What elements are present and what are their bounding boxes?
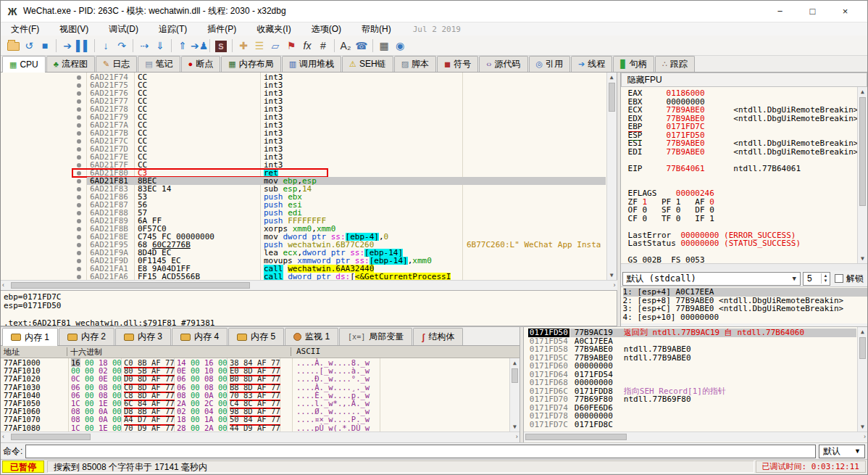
argument-count-stepper[interactable]: 5 ▲▼ <box>803 272 830 286</box>
tab-threads[interactable]: ➔线程 <box>571 56 612 72</box>
tab-handles[interactable]: ▊句柄 <box>613 56 654 72</box>
run-to-user-code-icon[interactable]: ⇑ <box>175 38 191 53</box>
register-line[interactable]: LastStatus 00000000 (STATUS_SUCCESS) <box>628 239 867 248</box>
stack-row[interactable]: 0171FD74D60FE6D6 <box>524 404 856 413</box>
tab-notes[interactable]: ▤笔记 <box>138 56 180 72</box>
memory-row[interactable]: 77AF10801C 00 1E 0070 D9 AF 7728 00 2A 0… <box>1 424 509 431</box>
menu-item[interactable]: 插件(P) <box>197 22 246 36</box>
stack-row[interactable]: 0171FD54A0C17EEA <box>524 337 856 346</box>
stack-row[interactable]: 0171FD7800000000 <box>524 412 856 421</box>
breakpoint-dot[interactable] <box>77 267 81 271</box>
stack-row[interactable]: 0171FD640171FD54 <box>524 371 856 379</box>
breakpoint-dot[interactable] <box>77 155 81 160</box>
argument-row[interactable]: 1: [esp+4] A0C17EEA <box>623 288 867 297</box>
menu-item[interactable]: 追踪(T) <box>149 22 197 36</box>
breakpoint-dot[interactable] <box>77 203 81 207</box>
labels-icon[interactable]: ▱ <box>267 38 283 53</box>
unlock-checkbox[interactable]: 解锁 <box>832 273 866 285</box>
breakpoint-dot[interactable] <box>77 243 81 247</box>
bookmarks-icon[interactable]: ⚑ <box>283 38 299 53</box>
comments-icon[interactable]: ☰ <box>251 38 267 53</box>
breakpoint-dot[interactable] <box>77 235 81 239</box>
register-line[interactable]: EIP 77B64061 ntdll.77B64061 <box>628 165 867 173</box>
stack-row[interactable]: 0171FD6800000000 <box>524 379 856 387</box>
step-into-icon[interactable]: ↓ <box>98 38 114 53</box>
register-line[interactable] <box>628 173 867 181</box>
registers-view[interactable]: EAX 01186000EBX 00000000ECX 77B9ABE0 <nt… <box>621 87 867 263</box>
breakpoint-dot[interactable] <box>77 187 81 191</box>
breakpoint-dot[interactable] <box>77 163 81 168</box>
breakpoint-dot[interactable] <box>77 91 81 96</box>
argument-row[interactable]: 4: [esp+10] 00000000 <box>623 313 867 322</box>
menu-item[interactable]: 帮助(H) <box>351 22 401 36</box>
stack-row[interactable]: 0171FD6000000000 <box>524 362 856 371</box>
breakpoint-dot[interactable] <box>77 275 81 279</box>
open-file-icon[interactable] <box>5 38 21 53</box>
stack-view[interactable]: 0171FD5077B9AC19返回到 ntdll.77B9AC19 自 ntd… <box>524 327 867 431</box>
restart-icon[interactable]: ↺ <box>21 38 37 53</box>
tab-graph[interactable]: ♣流程图 <box>46 56 95 72</box>
tab-struct[interactable]: ʃ结构体 <box>413 328 463 345</box>
breakpoint-dot[interactable] <box>77 259 81 263</box>
stack-row[interactable]: 0171FD7077B69F80ntdll.77B69F80 <box>524 395 856 404</box>
menu-item[interactable]: 视图(V) <box>49 22 99 36</box>
tab-symbols[interactable]: ◼符号 <box>437 56 478 72</box>
arguments-view[interactable]: 1: [esp+4] A0C17EEA2: [esp+8] 77B9ABE0 <… <box>621 286 867 323</box>
run-to-cursor-icon[interactable]: ⇢ <box>136 38 152 53</box>
trace-coverage-icon[interactable]: # <box>315 38 331 53</box>
stop-icon[interactable]: ■ <box>37 38 53 53</box>
breakpoint-dot[interactable] <box>77 179 81 183</box>
az-strings-icon[interactable]: A₂ <box>338 38 354 53</box>
breakpoint-dot[interactable] <box>77 147 81 152</box>
maximize-button[interactable]: □ <box>796 6 829 17</box>
memory-dump-view[interactable]: 77AF100016 00 18 00C0 8B AF 7714 00 16 0… <box>1 358 519 431</box>
command-mode-select[interactable]: 默认▼ <box>819 445 865 458</box>
tab-memory-map[interactable]: ▦内存布局 <box>221 56 280 72</box>
tab-watch[interactable]: 监视 1 <box>285 328 338 345</box>
breakpoint-dot[interactable] <box>77 251 81 255</box>
close-button[interactable]: × <box>829 6 861 17</box>
breakpoint-dot[interactable] <box>77 107 81 112</box>
disasm-horizontal-scrollbar[interactable]: ‹› <box>1 280 617 290</box>
tab-references[interactable]: ◎引用 <box>529 56 571 72</box>
internet-icon[interactable]: ◉ <box>392 38 408 53</box>
attach-icon[interactable]: ☎ <box>354 38 370 53</box>
breakpoint-dot[interactable] <box>77 195 81 199</box>
execute-till-return-icon[interactable]: ⇓ <box>152 38 168 53</box>
tab-trace[interactable]: ∴跟踪 <box>655 56 695 72</box>
calculator-icon[interactable]: ▦ <box>376 38 392 53</box>
breakpoint-dot[interactable] <box>77 219 81 223</box>
disasm-row[interactable]: 6AD21FA6FF15 ACD5566Bcall dword ptr ds:[… <box>1 273 606 280</box>
registers-vertical-scrollbar[interactable]: ▲ ▼ <box>857 87 867 263</box>
tab-seh-chain[interactable]: ⚠SEH链 <box>342 56 393 72</box>
breakpoint-dot[interactable] <box>77 75 81 80</box>
tab-locals[interactable]: [x=]局部变量 <box>339 328 412 345</box>
stack-horizontal-scrollbar[interactable]: › <box>524 431 867 442</box>
stack-row[interactable]: 0171FD6C0171FDD8指向SEH_Record[1]的指针 <box>524 387 856 396</box>
stack-vertical-scrollbar[interactable]: ▲ ▼ <box>857 327 867 431</box>
pause-icon[interactable]: ▌▌ <box>75 38 91 53</box>
tab-内存-1[interactable]: 内存 1 <box>2 328 58 346</box>
step-over-icon[interactable]: ↷ <box>114 38 130 53</box>
breakpoint-dot[interactable] <box>77 83 81 88</box>
patches-icon[interactable]: ✚ <box>235 38 251 53</box>
tab-内存-3[interactable]: 内存 3 <box>115 328 171 345</box>
command-input[interactable] <box>25 445 816 458</box>
functions-icon[interactable]: fx <box>299 38 315 53</box>
breakpoint-dot[interactable] <box>77 227 81 231</box>
register-line[interactable]: CF 0 TF 0 IF 1 <box>628 215 867 223</box>
menu-item[interactable]: 收藏夹(I) <box>246 22 301 36</box>
menu-item[interactable]: 选项(O) <box>301 22 351 36</box>
breakpoint-dot[interactable] <box>77 115 81 120</box>
calling-convention-select[interactable]: 默认 (stdcall)▼ <box>622 272 801 286</box>
register-line[interactable]: EDI 77B9ABE0 <ntdll.DbgUiRemoteBreakin> <box>628 148 867 157</box>
register-line[interactable]: GS 002B FS 0053 <box>628 256 867 263</box>
menu-item[interactable]: 调试(D) <box>99 22 149 36</box>
tab-内存-4[interactable]: 内存 4 <box>172 328 228 345</box>
breakpoint-dot[interactable] <box>77 131 81 136</box>
stack-row[interactable]: 0171FD7C0171FD8C <box>524 421 856 429</box>
tab-内存-5[interactable]: 内存 5 <box>228 328 284 345</box>
tab-cpu[interactable]: ▦CPU <box>2 56 46 73</box>
breakpoint-dot[interactable] <box>77 123 81 128</box>
tab-breakpoints[interactable]: ●断点 <box>181 56 221 72</box>
